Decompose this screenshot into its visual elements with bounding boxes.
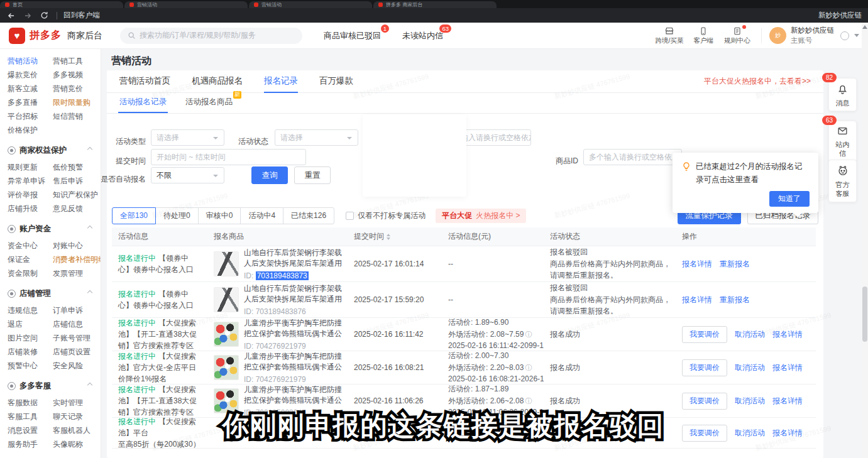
product-name[interactable]: 山地自行车后货架钢行李架载人后支架快拆尾架后车架通用骑行装备 — [244, 283, 343, 306]
chevron-up-icon[interactable] — [87, 290, 92, 295]
sidebar-item-价格保护[interactable]: 价格保护 — [8, 123, 53, 137]
checkbox-icon[interactable] — [346, 212, 354, 220]
status-tab-全部130[interactable]: 全部130 — [112, 207, 156, 224]
float-消息[interactable]: 82消息 — [828, 78, 857, 111]
browser-profile-label[interactable]: 新妙妙供应链 — [818, 11, 862, 20]
sidebar-section-店铺管理[interactable]: 店铺管理 — [8, 288, 101, 299]
sidebar-item-消费者补偿明细[interactable]: 消费者补偿明细 — [53, 253, 101, 266]
action-我要调价[interactable]: 我要调价 — [682, 359, 727, 376]
back-to-client-link[interactable]: 回到客户端 — [63, 11, 100, 20]
auto-signup-select[interactable]: 不限 — [151, 167, 224, 183]
sidebar-item-图片空间[interactable]: 图片空间 — [8, 331, 53, 345]
sidebar-item-店铺页设置[interactable]: 店铺页设置 — [53, 345, 101, 359]
sidebar-section-商家权益保护[interactable]: 商家权益保护 — [8, 145, 101, 156]
exclusive-checkbox-wrap[interactable]: 仅看不打标专属活动 — [346, 210, 426, 221]
action-报名详情[interactable]: 报名详情 — [772, 396, 803, 405]
back-icon[interactable] — [6, 11, 16, 21]
product-thumbnail[interactable] — [214, 355, 239, 380]
sidebar-item-营销工具[interactable]: 营销工具 — [53, 54, 101, 68]
float-官方客服[interactable]: 官方客服 — [828, 160, 857, 202]
chevron-up-icon[interactable] — [87, 226, 92, 231]
tab-机遇商品报名[interactable]: 机遇商品报名 — [192, 70, 243, 93]
sidebar-item-发票管理[interactable]: 发票管理 — [53, 266, 101, 280]
goods-id-input[interactable]: 多个输入请换行或空格依次输入 — [583, 149, 682, 165]
sidebar-item-多多直播[interactable]: 多多直播 — [8, 95, 53, 109]
sidebar-item-知识产权保护[interactable]: 知识产权保护 — [53, 188, 101, 202]
sidebar-item-限时限量购[interactable]: 限时限量购 — [53, 95, 101, 109]
browser-tab[interactable]: 拼多多 商家后台 — [373, 1, 497, 8]
sidebar-item-规则更新[interactable]: 规则更新 — [8, 160, 53, 174]
action-重新报名[interactable]: 重新报名 — [720, 259, 750, 268]
quick-link-规则中心[interactable]: 规则中心 — [721, 26, 754, 45]
product-id-value[interactable]: 703189483876 — [256, 307, 306, 316]
query-button[interactable]: 查询 — [251, 166, 288, 184]
chevron-up-icon[interactable] — [87, 147, 92, 152]
action-重新报名[interactable]: 重新报名 — [720, 295, 750, 304]
product-thumbnail[interactable] — [214, 287, 239, 312]
sort-icon[interactable] — [387, 234, 390, 240]
float-站内信[interactable]: 63站内信 — [828, 121, 857, 162]
quick-link-跨境/买菜[interactable]: 跨境/买菜 — [653, 26, 686, 45]
status-tab-活动中4[interactable]: 活动中4 — [240, 207, 283, 224]
forward-icon[interactable] — [23, 11, 33, 21]
product-name[interactable]: 儿童滑步平衡车护胸车把防撞把立保护套饰熊猫玩偶卡通公仔把手装 — [244, 384, 343, 407]
sidebar-item-短信营销[interactable]: 短信营销 — [53, 109, 101, 123]
sidebar-item-店铺装修[interactable]: 店铺装修 — [8, 345, 53, 359]
sidebar-item-评价举报[interactable]: 评价举报 — [8, 188, 53, 202]
sidebar-item-退店[interactable]: 退店 — [8, 317, 53, 331]
action-取消活动[interactable]: 取消活动 — [735, 330, 765, 339]
scrollbar-up-icon[interactable] — [862, 25, 867, 29]
audit-rejected-link[interactable]: 商品审核已驳回 1 — [324, 30, 381, 41]
page-scrollbar[interactable] — [862, 23, 868, 458]
quick-link-客户端[interactable]: 客户端 — [687, 26, 720, 45]
action-我要调价[interactable]: 我要调价 — [682, 326, 727, 343]
sidebar-item-意见反馈[interactable]: 意见反馈 — [53, 202, 101, 215]
action-取消活动[interactable]: 取消活动 — [735, 396, 765, 405]
product-name[interactable]: 山地自行车后货架钢行李架载人后支架快拆尾架后车架通用骑行装备 — [244, 248, 343, 270]
sidebar-item-店铺信息[interactable]: 店铺信息 — [53, 317, 101, 331]
sidebar-section-多多客服[interactable]: 多多客服 — [8, 381, 101, 391]
tab-报名记录[interactable]: 报名记录 — [264, 70, 298, 93]
chevron-down-icon[interactable] — [854, 34, 859, 37]
sidebar-item-资金限制[interactable]: 资金限制 — [8, 266, 53, 280]
product-id-value[interactable]: 704276921979 — [256, 342, 306, 351]
avatar[interactable]: 妙 — [769, 27, 786, 44]
promo-link[interactable]: 平台大促火热报名中，去看看>> — [704, 76, 811, 87]
status-tab-已结束126[interactable]: 已结束126 — [283, 207, 334, 224]
sidebar-item-客服数据[interactable]: 客服数据 — [8, 396, 53, 410]
info-icon[interactable]: ⓘ — [525, 364, 532, 371]
sidebar-item-异常单申诉[interactable]: 异常单申诉 — [8, 174, 53, 188]
product-thumbnail[interactable] — [214, 251, 239, 276]
status-tab-审核中0[interactable]: 审核中0 — [198, 207, 241, 224]
pinduoduo-logo-icon[interactable]: ♥ — [9, 28, 25, 44]
status-tab-待处理0[interactable]: 待处理0 — [155, 207, 199, 224]
sidebar-item-违规信息[interactable]: 违规信息 — [8, 303, 53, 317]
sidebar-item-预警中心[interactable]: 预警中心 — [8, 359, 53, 373]
submit-time-input[interactable]: 开始时间 ~ 结束时间 — [151, 149, 306, 165]
action-我要调价[interactable]: 我要调价 — [682, 393, 727, 410]
activity-status-select[interactable]: 请选择 — [275, 129, 358, 146]
sidebar-item-低价预警[interactable]: 低价预警 — [53, 160, 101, 174]
sidebar-item-新客立减[interactable]: 新客立减 — [8, 82, 53, 95]
settings-icon[interactable] — [840, 31, 849, 40]
tab-百万爆款[interactable]: 百万爆款 — [319, 70, 353, 93]
sidebar-section-账户资金[interactable]: 账户资金 — [8, 224, 101, 234]
sidebar-item-营销活动[interactable]: 营销活动 — [8, 54, 53, 68]
product-name[interactable]: 儿童滑步平衡车护胸车把防撞把立保护套饰熊猫玩偶卡通公仔把手装 — [244, 351, 343, 374]
sidebar-item-资金中心[interactable]: 资金中心 — [8, 239, 53, 253]
browser-tab[interactable]: 首页 — [0, 1, 123, 8]
sidebar-item-订单申诉[interactable]: 订单申诉 — [53, 303, 101, 317]
unread-mail-link[interactable]: 未读站内信 63 — [402, 30, 443, 41]
tab-营销活动首页[interactable]: 营销活动首页 — [119, 70, 170, 93]
info-icon[interactable]: ⓘ — [525, 397, 532, 405]
reset-button[interactable]: 重置 — [294, 166, 331, 184]
browser-tab[interactable]: 营销活动 — [249, 1, 372, 8]
product-id-value[interactable]: 704276921979 — [256, 375, 306, 384]
sidebar-item-售后申诉[interactable]: 售后申诉 — [53, 174, 101, 188]
action-报名详情[interactable]: 报名详情 — [772, 330, 803, 339]
product-id-value[interactable]: 703189483873 — [256, 271, 309, 280]
action-报名详情[interactable]: 报名详情 — [772, 363, 803, 372]
action-取消活动[interactable]: 取消活动 — [735, 363, 765, 372]
sidebar-item-保证金[interactable]: 保证金 — [8, 253, 53, 266]
reload-icon[interactable] — [39, 11, 49, 21]
